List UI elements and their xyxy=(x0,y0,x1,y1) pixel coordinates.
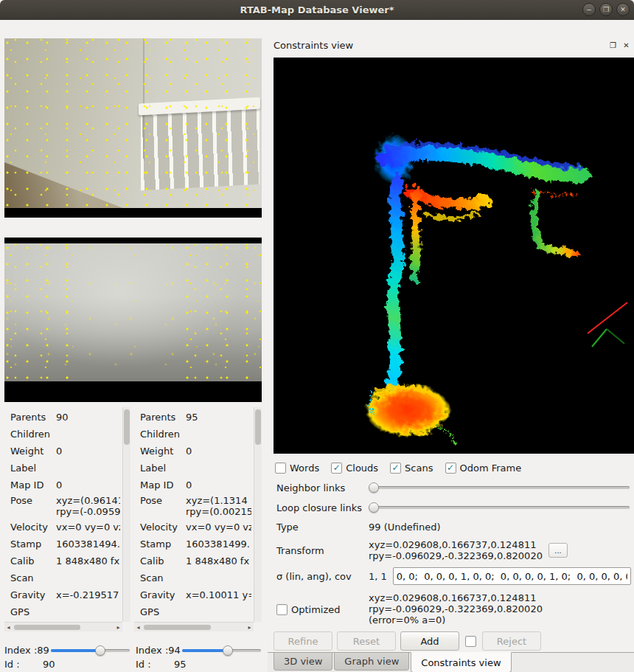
id-value: 90 xyxy=(43,659,55,670)
camera-view-a xyxy=(4,38,262,218)
checkbox-box: ✓ xyxy=(331,463,342,474)
info-row: Label xyxy=(4,460,122,477)
info-row: Scan xyxy=(134,569,253,586)
vertical-scrollbar[interactable] xyxy=(122,407,130,622)
scroll-right-icon[interactable]: ▸ xyxy=(114,624,122,631)
vertical-scrollbar[interactable] xyxy=(254,407,262,622)
reject-button[interactable]: Reject xyxy=(482,631,541,651)
app-window: RTAB-Map Database Viewer* − ❒ ✕ Parents9… xyxy=(0,0,634,672)
camera-image-a xyxy=(4,38,262,208)
checkbox-box xyxy=(275,463,286,474)
field-label: Parents xyxy=(10,412,56,423)
close-button[interactable]: ✕ xyxy=(616,3,630,16)
neighbor-links-slider[interactable] xyxy=(369,482,631,493)
field-value: vx=0 vy=0 vz xyxy=(56,522,120,533)
slider-knob[interactable] xyxy=(369,482,379,493)
info-row: GPS xyxy=(134,603,253,620)
field-value: 0 xyxy=(186,479,251,491)
optimized-row: Optimized xyz=0.029608,0.166737,0.124811… xyxy=(276,590,631,627)
horizontal-scrollbar[interactable]: ◂▸ xyxy=(4,622,122,631)
field-label: Map ID xyxy=(10,479,56,491)
field-value: 0 xyxy=(56,446,120,457)
close-dock-icon[interactable]: ✕ xyxy=(621,41,632,49)
check-icon: ✓ xyxy=(447,463,454,472)
scrollbar-handle[interactable] xyxy=(255,409,261,445)
index-label: Index :94 xyxy=(136,645,181,656)
neighbor-links-row: Neighbor links xyxy=(276,479,631,496)
optimized-checkbox[interactable]: Optimized xyxy=(276,604,341,615)
float-dock-icon[interactable]: ❐ xyxy=(607,41,619,49)
scroll-left-icon[interactable]: ◂ xyxy=(134,624,142,631)
covariance-input[interactable] xyxy=(393,567,631,585)
view-tabbar: 3D view Graph view Constraints view xyxy=(268,652,634,672)
info-row: Velocityvx=0 vy=0 vz xyxy=(134,519,253,536)
3d-viewport[interactable] xyxy=(274,58,634,454)
words-checkbox[interactable]: Words xyxy=(275,463,319,474)
tab-3d-view[interactable]: 3D view xyxy=(274,653,332,671)
pose-rpy: rpy=(-0.0959 xyxy=(56,506,120,517)
field-label: Pose xyxy=(10,495,56,506)
reset-button[interactable]: Reset xyxy=(337,631,396,651)
scrollbar-handle[interactable] xyxy=(124,409,130,445)
info-row: GPS xyxy=(4,603,122,620)
horizontal-scrollbar[interactable]: ◂▸ xyxy=(134,622,254,631)
scrollbar-handle[interactable] xyxy=(144,625,211,630)
slider-fill xyxy=(51,649,100,652)
field-label: Velocity xyxy=(140,522,186,533)
add-button[interactable]: Add xyxy=(400,631,459,651)
scrollbar-handle[interactable] xyxy=(14,625,80,630)
info-row: Label xyxy=(134,460,253,477)
scroll-right-icon[interactable]: ▸ xyxy=(245,624,254,631)
field-value: x=-0.219517 xyxy=(56,589,120,600)
tab-graph-view[interactable]: Graph view xyxy=(334,653,409,671)
info-row: Stamp1603381499. xyxy=(134,536,253,553)
slider-knob[interactable] xyxy=(223,645,233,656)
loop-closure-links-slider[interactable] xyxy=(369,502,631,513)
optimized-cell: Optimized xyxy=(276,590,369,615)
index-slider-a[interactable] xyxy=(49,645,131,657)
info-row: Gravityx=0.10011 y= xyxy=(134,586,253,603)
minimize-button[interactable]: − xyxy=(582,3,596,16)
field-label: Label xyxy=(10,463,56,474)
loop-closure-links-row: Loop closure links xyxy=(276,499,631,516)
info-row: Map ID0 xyxy=(134,477,253,493)
field-label: Children xyxy=(140,429,186,440)
floor-region xyxy=(4,162,123,208)
field-label: Weight xyxy=(10,446,56,457)
checkbox-label: Odom Frame xyxy=(460,463,522,474)
slider-knob[interactable] xyxy=(369,502,379,513)
tab-constraints-view[interactable]: Constraints view xyxy=(411,652,511,672)
clouds-checkbox[interactable]: ✓Clouds xyxy=(331,463,378,474)
window-controls: − ❒ ✕ xyxy=(579,3,630,16)
transform-more-button[interactable]: ... xyxy=(548,543,568,558)
info-row: Map ID0 xyxy=(4,477,122,493)
scans-checkbox[interactable]: ✓Scans xyxy=(390,463,433,474)
titlebar[interactable]: RTAB-Map Database Viewer* − ❒ ✕ xyxy=(0,0,634,20)
feature-points-right xyxy=(184,243,262,381)
feature-points-sparse xyxy=(4,243,262,381)
loop-closure-links-label: Loop closure links xyxy=(276,502,369,513)
slider-groove xyxy=(370,506,630,509)
add-option-checkbox[interactable] xyxy=(465,636,476,647)
maximize-button[interactable]: ❒ xyxy=(599,3,613,16)
slider-fill xyxy=(182,649,228,652)
field-label: Map ID xyxy=(140,479,186,491)
odom-frame-axes xyxy=(588,302,627,347)
info-row-pose: Posexyz=(1.1314rpy=(0.00215 xyxy=(134,493,253,519)
slider-knob[interactable] xyxy=(95,645,105,656)
field-value: 0 xyxy=(186,446,251,457)
field-label: Scan xyxy=(140,572,186,583)
feature-points-left xyxy=(4,243,69,381)
index-slider-b[interactable] xyxy=(181,645,262,657)
display-toggles: Words ✓Clouds ✓Scans ✓Odom Frame xyxy=(275,460,521,475)
constraints-dock-header: Constraints view ❐ ✕ xyxy=(268,37,634,53)
checkbox-box xyxy=(465,636,476,647)
info-row: Stamp1603381494. xyxy=(4,536,122,553)
pose-xyz: xyz=(0.96141 xyxy=(56,495,120,506)
odom-frame-checkbox[interactable]: ✓Odom Frame xyxy=(445,463,522,474)
window-title: RTAB-Map Database Viewer* xyxy=(240,4,394,15)
refine-button[interactable]: Refine xyxy=(274,631,332,651)
scroll-left-icon[interactable]: ◂ xyxy=(4,624,13,631)
field-label: Stamp xyxy=(10,538,56,550)
checkbox-label: Words xyxy=(290,463,319,474)
